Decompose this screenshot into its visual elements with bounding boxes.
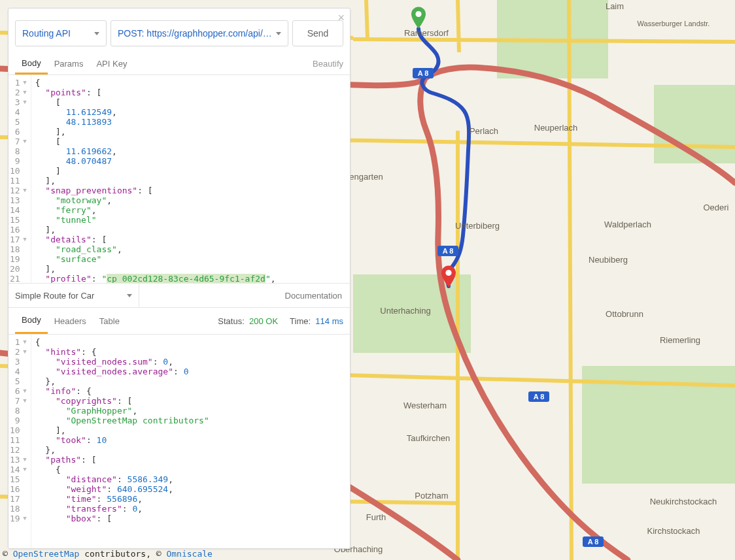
svg-text:A 8: A 8 bbox=[588, 538, 599, 546]
svg-text:Riemerling: Riemerling bbox=[660, 335, 700, 345]
map-attribution: © OpenStreetMap contributors, © Omniscal… bbox=[3, 549, 213, 559]
osm-link[interactable]: OpenStreetMap bbox=[13, 549, 80, 559]
chevron-down-icon bbox=[94, 32, 99, 35]
svg-point-35 bbox=[445, 270, 451, 276]
api-dropdown[interactable]: Routing API bbox=[15, 20, 107, 46]
example-dropdown[interactable]: Simple Route for Car bbox=[9, 284, 139, 307]
svg-text:Perlach: Perlach bbox=[470, 126, 498, 136]
svg-text:engarten: engarten bbox=[349, 172, 383, 182]
beautify-link[interactable]: Beautify bbox=[313, 59, 343, 69]
response-editor[interactable]: 1▼2▼3456▼7▼8910111213▼14▼1516171819▼ { "… bbox=[9, 334, 350, 548]
status-label: Status: bbox=[218, 316, 244, 326]
resp-tab-headers[interactable]: Headers bbox=[48, 308, 93, 334]
status-value: 200 OK bbox=[249, 316, 278, 326]
svg-text:Neuperlach: Neuperlach bbox=[534, 123, 578, 133]
svg-text:Furth: Furth bbox=[366, 512, 386, 522]
svg-text:Kirchstockach: Kirchstockach bbox=[647, 526, 700, 536]
example-label: Simple Route for Car bbox=[15, 291, 94, 301]
svg-text:Unterbiberg: Unterbiberg bbox=[455, 221, 500, 231]
request-editor[interactable]: 1▼2▼3▼4567▼89101112▼1314151617▼18192021 … bbox=[9, 75, 350, 283]
api-dropdown-label: Routing API bbox=[22, 28, 71, 39]
chevron-down-icon bbox=[127, 294, 132, 297]
time-value: 114 ms bbox=[315, 316, 343, 326]
svg-text:Laim: Laim bbox=[606, 1, 624, 11]
svg-text:Potzham: Potzham bbox=[415, 491, 448, 501]
svg-text:A 8: A 8 bbox=[534, 393, 545, 401]
svg-text:Waldperlach: Waldperlach bbox=[604, 220, 651, 229]
response-tabs: Body Headers Table Status: 200 OK Time: … bbox=[9, 308, 350, 334]
time-label: Time: bbox=[290, 316, 311, 326]
url-dropdown[interactable]: POST: https://graphhopper.com/api/1/rou.… bbox=[111, 20, 288, 46]
svg-text:Oederi: Oederi bbox=[703, 203, 728, 212]
svg-text:Westerham: Westerham bbox=[403, 401, 447, 410]
svg-text:A 8: A 8 bbox=[443, 247, 454, 255]
tab-body[interactable]: Body bbox=[15, 53, 48, 74]
url-text: POST: https://graphhopper.com/api/1/rou.… bbox=[118, 28, 272, 39]
svg-text:Neukirchstockach: Neukirchstockach bbox=[650, 497, 717, 506]
svg-text:Taufkirchen: Taufkirchen bbox=[407, 433, 450, 443]
svg-text:Wasserburger Landstr.: Wasserburger Landstr. bbox=[638, 20, 710, 27]
resp-tab-body[interactable]: Body bbox=[15, 308, 48, 334]
omniscale-link[interactable]: Omniscale bbox=[166, 549, 212, 559]
svg-text:A 8: A 8 bbox=[418, 69, 429, 77]
svg-text:Ottobrunn: Ottobrunn bbox=[606, 309, 643, 319]
marker-end[interactable] bbox=[441, 265, 456, 288]
resp-tab-table[interactable]: Table bbox=[93, 308, 126, 334]
send-button[interactable]: Send bbox=[292, 20, 343, 46]
close-icon[interactable]: × bbox=[337, 11, 345, 25]
svg-text:Neubiberg: Neubiberg bbox=[589, 255, 628, 265]
svg-point-34 bbox=[415, 11, 421, 17]
tab-apikey[interactable]: API Key bbox=[90, 53, 133, 74]
chevron-down-icon bbox=[276, 32, 281, 35]
api-panel: × Routing API POST: https://graphhopper.… bbox=[8, 8, 350, 549]
svg-text:Unterhaching: Unterhaching bbox=[380, 306, 430, 316]
tab-params[interactable]: Params bbox=[48, 53, 90, 74]
request-tabs: Body Params API Key Beautify bbox=[9, 53, 350, 75]
documentation-link[interactable]: Documentation bbox=[285, 291, 350, 301]
svg-text:Ramersdorf: Ramersdorf bbox=[404, 28, 449, 38]
marker-start[interactable] bbox=[411, 7, 426, 29]
